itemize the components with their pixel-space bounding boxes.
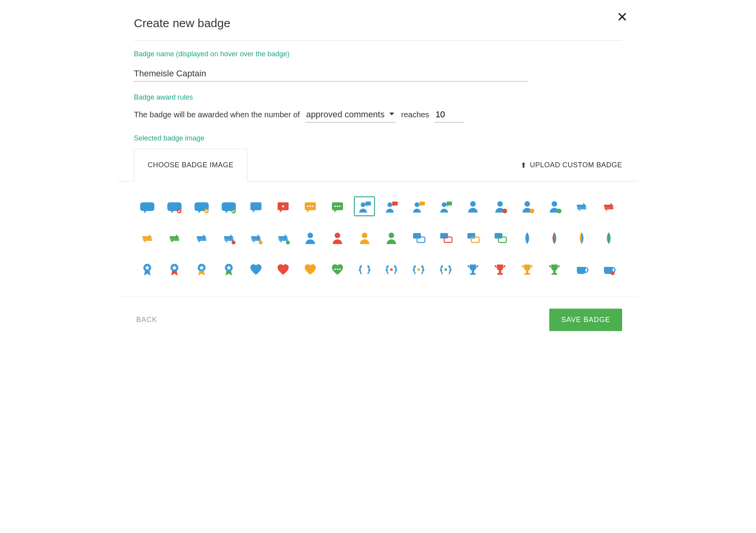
svg-point-5 [282, 205, 284, 207]
svg-point-59 [413, 266, 416, 268]
badge-option-chats-orange-outline[interactable] [463, 228, 484, 248]
badge-option-user-blue[interactable] [463, 196, 484, 216]
badge-option-users-cycle-b[interactable] [300, 228, 321, 248]
badge-option-arrows-swap-b2[interactable] [191, 228, 212, 248]
badge-option-arrows-swap-dot-g[interactable] [272, 228, 293, 248]
badge-option-speech-bubble-x[interactable] [164, 196, 185, 216]
badge-option-user-check-g[interactable] [544, 196, 565, 216]
tab-choose-image[interactable]: CHOOSE BADGE IMAGE [134, 149, 247, 181]
badge-option-chats-red-outline[interactable] [435, 228, 456, 248]
badge-option-mug-red[interactable] [598, 259, 619, 279]
badge-option-laurel-blue[interactable] [354, 259, 375, 279]
badge-option-users-cycle-r[interactable] [327, 228, 348, 248]
badge-option-trophy-red[interactable] [490, 259, 511, 279]
svg-point-54 [368, 269, 371, 271]
badge-option-user-chat-red[interactable] [381, 196, 402, 216]
badge-option-user-chat-blue[interactable] [354, 196, 375, 216]
badge-option-arrows-swap-orange[interactable] [137, 228, 158, 248]
badge-option-leaf-blue[interactable] [517, 228, 537, 248]
badge-option-speech-bubble-check-o[interactable] [191, 196, 212, 216]
badge-option-leaf-orange[interactable] [571, 228, 592, 248]
badge-option-speech-bubble[interactable] [137, 196, 158, 216]
badge-option-speech-square-dots-g[interactable] [327, 196, 348, 216]
badge-option-heart-blue[interactable] [246, 259, 267, 279]
svg-point-24 [502, 209, 507, 213]
badge-option-heart-red[interactable] [272, 259, 293, 279]
badge-option-laurel-star-2[interactable] [408, 259, 429, 279]
save-badge-button[interactable]: SAVE BADGE [549, 309, 622, 331]
badge-option-users-cycle-g[interactable] [381, 228, 402, 248]
svg-rect-3 [250, 202, 261, 210]
svg-point-30 [259, 241, 263, 244]
badge-option-ribbon-star-o[interactable] [191, 259, 212, 279]
rule-metric-select[interactable]: approved comments [305, 108, 395, 122]
svg-point-48 [334, 268, 336, 270]
badge-option-mug-blue[interactable] [571, 259, 592, 279]
svg-rect-74 [552, 273, 557, 275]
badge-option-users-cycle-o[interactable] [354, 228, 375, 248]
badge-name-label: Badge name (displayed on hover over the … [134, 50, 622, 58]
svg-rect-67 [472, 271, 474, 273]
badge-option-trophy-green[interactable] [544, 259, 565, 279]
upload-custom-badge-button[interactable]: ⬆ UPLOAD CUSTOM BADGE [521, 149, 622, 181]
badge-option-trophy-blue[interactable] [463, 259, 484, 279]
svg-point-32 [308, 233, 313, 238]
svg-point-13 [339, 205, 341, 207]
svg-point-34 [362, 233, 367, 238]
badge-option-heart-orange[interactable] [300, 259, 321, 279]
badge-option-user-clock-o[interactable] [517, 196, 537, 216]
svg-point-31 [286, 241, 290, 244]
badge-option-leaf-green[interactable] [598, 228, 619, 248]
back-button[interactable]: BACK [134, 310, 159, 329]
badge-icon-grid [134, 181, 622, 281]
badge-option-arrows-swap-blue[interactable] [571, 196, 592, 216]
badge-option-laurel-star-1[interactable] [381, 259, 402, 279]
svg-point-20 [442, 202, 447, 207]
svg-point-12 [337, 205, 338, 207]
svg-rect-69 [499, 271, 501, 273]
badge-option-arrows-swap-red[interactable] [598, 196, 619, 216]
badge-option-user-chat-green[interactable] [435, 196, 456, 216]
badge-option-ribbon-star-g[interactable] [219, 259, 239, 279]
svg-point-16 [387, 202, 392, 207]
badge-option-leaf-red[interactable] [544, 228, 565, 248]
svg-rect-73 [553, 271, 556, 273]
close-icon[interactable]: ✕ [617, 10, 628, 24]
svg-point-33 [335, 233, 340, 238]
svg-rect-71 [526, 271, 528, 273]
badge-option-laurel-star-3[interactable] [435, 259, 456, 279]
rule-reaches-text: reaches [401, 110, 429, 119]
svg-point-35 [389, 233, 394, 238]
svg-point-51 [359, 266, 362, 268]
svg-point-29 [232, 241, 235, 244]
rule-metric-value: approved comments [306, 109, 384, 119]
badge-option-speech-bubble-check-g[interactable] [219, 196, 239, 216]
badge-option-speech-square-dot[interactable] [272, 196, 293, 216]
svg-point-64 [440, 269, 442, 271]
badge-option-trophy-orange[interactable] [517, 259, 537, 279]
svg-point-8 [309, 205, 311, 207]
badge-option-chats-green-outline[interactable] [490, 228, 511, 248]
badge-option-arrows-swap-dot-o[interactable] [246, 228, 267, 248]
svg-point-61 [421, 266, 424, 268]
svg-rect-68 [470, 273, 476, 275]
badge-option-heart-green-dots[interactable] [327, 259, 348, 279]
badge-option-ribbon-star-r[interactable] [164, 259, 185, 279]
modal-title: Create new badge [134, 17, 622, 30]
badge-option-ribbon-star-b[interactable] [137, 259, 158, 279]
award-rules-label: Badge award rules [134, 93, 622, 102]
badge-name-input[interactable] [134, 65, 528, 81]
badge-option-chats-blue[interactable] [408, 228, 429, 248]
svg-point-26 [530, 209, 534, 213]
divider [134, 40, 622, 41]
badge-option-speech-square-dots-o[interactable] [300, 196, 321, 216]
svg-point-22 [470, 201, 476, 207]
rule-threshold-input[interactable] [435, 108, 464, 122]
badge-option-arrows-swap-green[interactable] [164, 228, 185, 248]
badge-option-user-chat-orange[interactable] [408, 196, 429, 216]
badge-option-user-x-red[interactable] [490, 196, 511, 216]
svg-point-7 [307, 205, 309, 207]
badge-option-arrows-swap-dot-r[interactable] [219, 228, 239, 248]
svg-rect-72 [524, 273, 530, 275]
badge-option-speech-square[interactable] [246, 196, 267, 216]
